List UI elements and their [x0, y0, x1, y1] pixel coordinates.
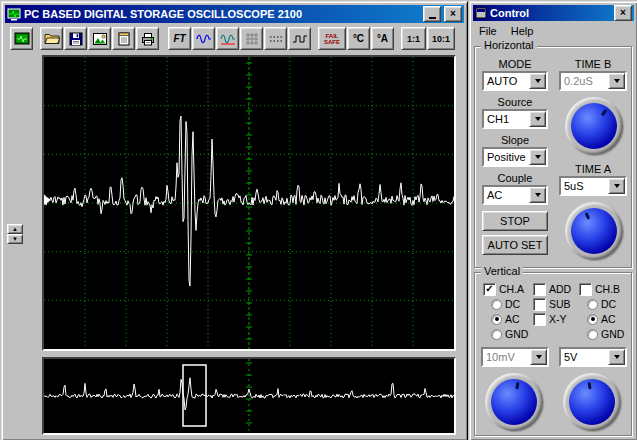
degrees-a-label: °A [377, 33, 388, 44]
slope-select[interactable]: Positive [482, 147, 548, 167]
time-b-label: TIME B [555, 58, 631, 70]
vertical-position-spinner: ▲ ▼ [7, 224, 23, 244]
save-button[interactable] [64, 27, 87, 50]
floppy-disk-icon [68, 31, 84, 47]
xy-label: X-Y [549, 313, 567, 325]
acquire-button[interactable] [10, 27, 33, 50]
volts-b-value: 5V [561, 349, 608, 365]
stop-button[interactable]: STOP [482, 211, 548, 231]
main-titlebar[interactable]: PC BASED DIGITAL STORAGE OSCILLOSCOPE 21… [5, 5, 464, 23]
horizontal-group: Horizontal MODE AUTO Source CH1 Slope Po… [474, 46, 632, 268]
down-arrow-icon [535, 79, 541, 83]
knob-cap [571, 103, 617, 149]
cha-gnd-radio[interactable]: GND [491, 328, 528, 340]
degrees-c-button[interactable]: °C [347, 27, 370, 50]
add-checkbox[interactable]: ADD [533, 283, 571, 295]
window-title: PC BASED DIGITAL STORAGE OSCILLOSCOPE 21… [24, 8, 420, 20]
time-b-knob[interactable] [565, 97, 623, 155]
dotted-lines-icon [268, 31, 284, 47]
chb-dc-radio[interactable]: DC [587, 298, 616, 310]
chb-checkbox[interactable]: CH.B [579, 283, 620, 295]
print-button[interactable] [136, 27, 159, 50]
dropdown-arrow-icon[interactable] [608, 349, 625, 365]
couple-select[interactable]: AC [482, 185, 548, 205]
menu-file[interactable]: File [479, 25, 497, 37]
autoset-button-label: AUTO SET [488, 239, 543, 251]
control-icon [475, 7, 487, 19]
chb-gnd-radio[interactable]: GND [587, 328, 624, 340]
cha-checkbox[interactable]: ✓ CH.A [483, 283, 524, 295]
down-arrow-icon [614, 184, 620, 188]
failsafe-button[interactable]: FAIL SAFE [318, 27, 346, 50]
time-a-knob[interactable] [565, 202, 623, 260]
time-a-select[interactable]: 5uS [559, 176, 627, 196]
horizontal-group-label: Horizontal [481, 39, 537, 51]
probe-10to1-button[interactable]: 10:1 [427, 27, 455, 50]
knob-cap [571, 208, 617, 254]
volts-a-knob[interactable] [485, 373, 543, 431]
waveform-ch2-button[interactable] [216, 27, 239, 50]
volts-b-knob[interactable] [563, 373, 621, 431]
minimize-icon [429, 17, 436, 19]
cha-dc-label: DC [505, 298, 520, 310]
probe-1to1-button[interactable]: 1:1 [401, 27, 426, 50]
position-up-button[interactable]: ▲ [7, 224, 23, 234]
dropdown-arrow-icon[interactable] [529, 149, 546, 165]
trigger-level-marker[interactable] [44, 195, 51, 205]
radio-dot-icon [495, 317, 499, 321]
autoset-button[interactable]: AUTO SET [482, 235, 548, 255]
cha-ac-radio[interactable]: AC [491, 313, 520, 325]
dropdown-arrow-icon[interactable] [608, 178, 625, 194]
open-button[interactable] [40, 27, 63, 50]
control-window-title: Control [490, 7, 611, 19]
volts-b-select[interactable]: 5V [559, 347, 627, 367]
slope-label: Slope [475, 134, 555, 146]
open-folder-icon [44, 31, 60, 47]
scope-display [42, 55, 456, 351]
checkbox-icon [579, 283, 592, 296]
down-arrow-icon [536, 355, 542, 359]
grid-toggle-button[interactable] [240, 27, 263, 50]
time-b-select[interactable]: 0.2uS [559, 71, 627, 91]
down-arrow-icon [614, 79, 620, 83]
xy-checkbox[interactable]: X-Y [533, 313, 567, 325]
export-image-button[interactable] [88, 27, 111, 50]
close-button[interactable]: × [444, 6, 462, 22]
cha-dc-radio[interactable]: DC [491, 298, 520, 310]
grid-icon [244, 31, 260, 47]
image-icon [92, 31, 108, 47]
dropdown-arrow-icon[interactable] [529, 73, 546, 89]
notepad-icon [116, 31, 132, 47]
main-toolbar: FT FAIL SAFE °C °A 1:1 10:1 [5, 25, 464, 52]
mode-select[interactable]: AUTO [482, 71, 548, 91]
probe-10to1-label: 10:1 [432, 34, 450, 44]
fft-button[interactable]: FT [168, 27, 191, 50]
control-titlebar[interactable]: Control × [473, 5, 634, 21]
volts-a-select[interactable]: 10mV [481, 347, 549, 367]
chb-ac-radio[interactable]: AC [587, 313, 616, 325]
control-close-button[interactable]: × [614, 5, 632, 21]
waveform-ch1-button[interactable] [192, 27, 215, 50]
dropdown-arrow-icon[interactable] [608, 73, 625, 89]
control-menubar: File Help [473, 23, 634, 38]
dotted-lines-button[interactable] [264, 27, 287, 50]
dropdown-arrow-icon[interactable] [529, 111, 546, 127]
notes-button[interactable] [112, 27, 135, 50]
down-arrow-icon [535, 155, 541, 159]
dropdown-arrow-icon[interactable] [529, 187, 546, 203]
close-icon: × [620, 8, 626, 18]
dropdown-arrow-icon[interactable] [530, 349, 547, 365]
overview-graticule [44, 359, 454, 433]
menu-help[interactable]: Help [511, 25, 534, 37]
square-wave-button[interactable] [288, 27, 311, 50]
zoom-selection-rect[interactable] [183, 365, 206, 426]
source-select[interactable]: CH1 [482, 109, 548, 129]
sine-wave-teal-icon [220, 31, 236, 47]
minimize-button[interactable] [423, 6, 441, 22]
position-down-button[interactable]: ▼ [7, 234, 23, 244]
sub-checkbox[interactable]: SUB [533, 298, 571, 310]
degrees-a-button[interactable]: °A [371, 27, 394, 50]
knob-cap [491, 379, 537, 425]
waveform-trace [44, 116, 454, 286]
knob-pointer-wrap [565, 375, 619, 429]
